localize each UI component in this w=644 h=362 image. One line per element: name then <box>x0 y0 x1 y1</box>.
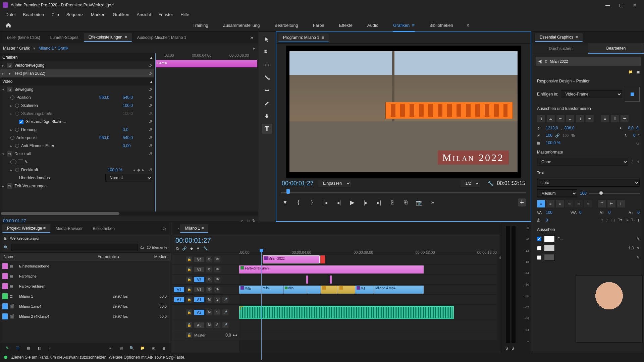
reset-icon[interactable]: ↺ <box>148 95 152 100</box>
stopwatch-icon[interactable] <box>10 96 14 100</box>
stroke-color-swatch[interactable] <box>544 245 555 251</box>
lock-icon[interactable]: 🔒 <box>186 256 192 262</box>
menu-sequenz[interactable]: Sequenz <box>63 11 87 18</box>
project-search-input[interactable] <box>11 244 138 251</box>
tab-lumetri-scopes[interactable]: Lumetri-Scopes <box>46 34 83 42</box>
step-back-button[interactable]: ◂| <box>335 198 343 206</box>
track-v4[interactable]: V4 <box>194 257 204 262</box>
toggle-track-output-icon[interactable]: 👁 <box>214 287 220 293</box>
clip-video[interactable] <box>307 286 321 294</box>
all-caps-icon[interactable]: TT <box>611 218 615 222</box>
project-item[interactable]: 🎬Milano 1.mp429,97 fps00:0 <box>0 301 171 311</box>
graphics-header[interactable]: Grafiken <box>2 55 150 60</box>
go-to-in-button[interactable]: |◂ <box>321 198 329 206</box>
motion-effect[interactable]: Bewegung <box>14 87 146 92</box>
superscript-icon[interactable]: T² <box>625 218 628 222</box>
solo-button[interactable]: S <box>214 297 220 303</box>
toggle-track-output-icon[interactable]: 👁 <box>214 277 220 283</box>
font-family-select[interactable]: Lato <box>537 179 640 187</box>
eg-pos-x[interactable]: 1213,0 <box>546 126 558 130</box>
source-patch-a1[interactable]: A1 <box>174 297 184 302</box>
eg-anchor-x[interactable]: 0,0 <box>628 126 634 130</box>
workspace-zusammenstellung[interactable]: Zusammenstellung <box>216 19 267 32</box>
faux-italic-icon[interactable]: T <box>606 218 608 222</box>
zoom-slider-icon[interactable]: ○ <box>47 345 53 352</box>
icon-view-icon[interactable]: ▦ <box>25 345 32 352</box>
maximize-button[interactable]: ▢ <box>614 0 628 10</box>
twirl-icon[interactable]: ▸ <box>2 64 7 67</box>
text-align-left[interactable]: ≡ <box>537 200 545 207</box>
stroke-eyedropper-icon[interactable]: ✎ <box>637 246 640 250</box>
text-layer[interactable]: Text (Milan 2022) <box>14 71 146 76</box>
timeline-wrench-icon[interactable]: 🔧 <box>203 246 208 251</box>
panel-overflow-button[interactable]: » <box>248 35 256 41</box>
menu-ansicht[interactable]: Ansicht <box>133 11 154 18</box>
program-timecode[interactable]: 00:00:01:27 <box>282 180 314 187</box>
program-fit-select[interactable]: Einpassen <box>318 180 351 187</box>
link-scale-icon[interactable]: 🔗 <box>555 133 560 138</box>
effect-timeline[interactable]: :02:00 00:00:04:00 00:00:06:00 Grafik <box>155 53 258 212</box>
sync-lock-icon[interactable]: ⟳ <box>206 287 212 293</box>
text-align-bottom[interactable]: ⊥ <box>617 200 625 207</box>
voice-over-icon[interactable]: 🎤 <box>222 309 228 315</box>
fx-badge-icon[interactable]: fx <box>7 63 12 68</box>
ripple-edit-tool[interactable] <box>262 60 272 70</box>
tsume-value[interactable]: 0 <box>546 218 548 223</box>
lock-icon[interactable]: 🔒 <box>186 309 192 315</box>
program-video-frame[interactable]: Milan 2022 <box>286 46 521 178</box>
small-caps-icon[interactable]: Tᴛ <box>618 218 622 222</box>
master-track[interactable]: Master <box>194 333 206 337</box>
lock-icon[interactable]: 🔒 <box>186 287 192 293</box>
tab-project[interactable]: Projekt: Werkzeuge ≡ <box>2 224 50 233</box>
tab-program[interactable]: Programm: Milano 1 ≡ <box>278 34 329 42</box>
solo-right[interactable]: S <box>512 346 514 350</box>
home-button[interactable] <box>3 19 14 31</box>
tab-sequence[interactable]: Milano 1 ≡ <box>180 224 208 233</box>
text-align-center[interactable]: ≡ <box>546 200 554 207</box>
fx-badge-icon[interactable]: fx <box>7 183 12 189</box>
twirl-icon[interactable]: ▾ <box>2 88 7 92</box>
stroke-width[interactable]: 1,0 <box>628 246 634 250</box>
ec-master-label[interactable]: Master * Grafik <box>3 46 30 51</box>
clip-title[interactable]: Milan 2022 <box>263 255 320 263</box>
filter-icon[interactable]: ▿ <box>241 219 243 223</box>
track-a2[interactable]: A2 <box>194 310 204 315</box>
clip-video-fx[interactable] <box>338 286 355 294</box>
track-a1[interactable]: A1 <box>194 297 204 302</box>
sort-icon[interactable]: ≡ <box>107 345 114 352</box>
sync-lock-icon[interactable]: ⟳ <box>206 266 212 273</box>
clip-audio[interactable] <box>239 306 454 319</box>
twirl-icon[interactable]: ▾ <box>2 152 7 156</box>
track-select-tool[interactable] <box>262 47 272 57</box>
linked-selection-icon[interactable]: 🔗 <box>182 246 187 251</box>
opacity-effect[interactable]: Deckkraft <box>14 152 146 156</box>
text-align-middle[interactable]: ⊢ <box>607 200 615 207</box>
position-x[interactable]: 960,0 <box>99 95 123 100</box>
program-scrubber[interactable] <box>281 189 526 196</box>
list-view-icon[interactable]: ☰ <box>14 345 21 352</box>
clip-video-fx[interactable] <box>321 286 338 294</box>
razor-tool[interactable] <box>262 73 272 83</box>
shadow-color-swatch[interactable] <box>544 254 555 261</box>
project-item[interactable]: ▤Farbkorrekturen <box>0 281 171 291</box>
sync-lock-icon[interactable]: ⟳ <box>206 277 212 283</box>
opacity-value[interactable]: 100,0 % <box>108 168 131 172</box>
panel-overflow-button[interactable]: » <box>160 226 169 232</box>
menu-clip[interactable]: Clip <box>48 11 62 18</box>
export-frame-button[interactable]: 📷 <box>415 198 423 206</box>
hand-tool[interactable] <box>262 111 272 121</box>
freeform-view-icon[interactable]: ◧ <box>36 345 43 352</box>
step-forward-button[interactable]: |▸ <box>362 198 370 206</box>
shadow-enable-checkbox[interactable] <box>537 255 541 260</box>
align-bottom-icon[interactable]: ⫟ <box>586 115 594 122</box>
project-item[interactable]: ▤Farbfläche <box>0 271 171 281</box>
lock-icon[interactable]: 🔒 <box>186 297 192 303</box>
mask-pen-icon[interactable]: ✎ <box>24 160 28 164</box>
toggle-track-output-icon[interactable]: 👁 <box>214 256 220 262</box>
shadow-eyedropper-icon[interactable]: ✎ <box>637 255 640 260</box>
twirl-icon[interactable]: ▸ <box>2 72 7 75</box>
reset-icon[interactable]: ↺ <box>148 167 152 173</box>
mark-out-button[interactable]: } <box>308 198 316 206</box>
track-v2[interactable]: V2 <box>194 277 204 282</box>
clip-video[interactable]: Mila <box>261 286 283 294</box>
